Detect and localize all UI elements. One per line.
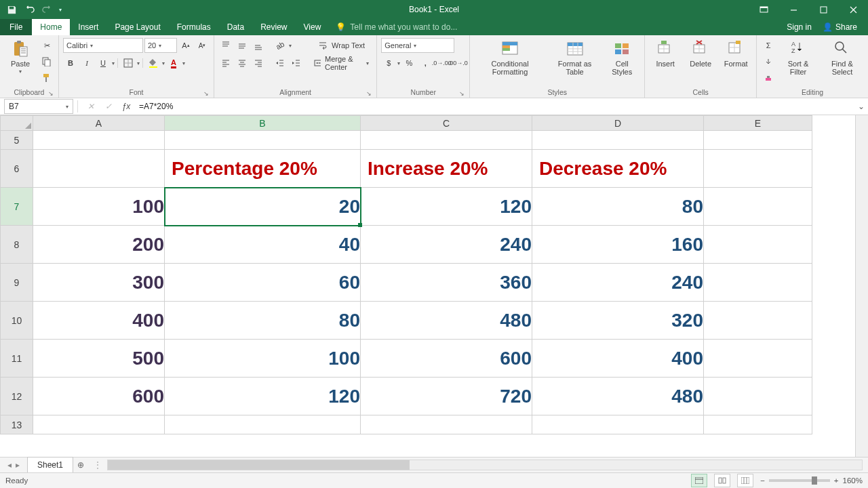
dialog-launcher-icon[interactable]: ↘ (47, 90, 54, 97)
cancel-formula-icon[interactable]: ✕ (82, 102, 100, 111)
page-layout-view-icon[interactable] (714, 474, 730, 487)
cell-D6[interactable]: Decrease 20% (532, 150, 704, 188)
cell-E5[interactable] (704, 131, 812, 150)
paste-button[interactable]: Paste ▾ (4, 38, 37, 77)
formula-input[interactable]: =A7*20% (135, 102, 854, 111)
zoom-slider[interactable] (769, 479, 830, 482)
cell-E12[interactable] (704, 378, 812, 415)
qat-customize-icon[interactable]: ▾ (57, 2, 64, 17)
decrease-indent-icon[interactable] (273, 56, 288, 70)
col-header-D[interactable]: D (532, 116, 704, 131)
cell-C9[interactable]: 360 (361, 264, 532, 302)
accounting-format-icon[interactable]: $ (381, 56, 396, 70)
tab-file[interactable]: File (0, 19, 32, 35)
save-icon[interactable] (4, 2, 19, 17)
undo-icon[interactable] (22, 2, 37, 17)
cell-D7[interactable]: 80 (532, 188, 704, 226)
wrap-text-button[interactable]: Wrap Text (311, 38, 372, 53)
zoom-in-icon[interactable]: + (834, 476, 839, 485)
italic-button[interactable]: I (79, 56, 94, 70)
cell-D8[interactable]: 160 (532, 226, 704, 264)
cell-D10[interactable]: 320 (532, 302, 704, 340)
cell-B9[interactable]: 60 (165, 264, 361, 302)
align-bottom-icon[interactable] (251, 38, 266, 53)
fill-color-icon[interactable] (146, 56, 161, 70)
sheet-nav[interactable]: ◂▸ (0, 460, 27, 470)
cell-A10[interactable]: 400 (33, 302, 165, 340)
insert-cells-button[interactable]: Insert (649, 38, 682, 69)
cell-B12[interactable]: 120 (165, 378, 361, 415)
vertical-scrollbar[interactable] (855, 115, 868, 457)
cell-A8[interactable]: 200 (33, 226, 165, 264)
row-header-7[interactable]: 7 (1, 188, 33, 226)
format-cells-button[interactable]: Format (719, 38, 752, 69)
align-center-icon[interactable] (235, 56, 250, 70)
cut-icon[interactable]: ✂ (39, 38, 54, 53)
page-break-view-icon[interactable] (737, 474, 753, 487)
merge-center-button[interactable]: Merge & Center ▾ (311, 56, 372, 70)
row-header-5[interactable]: 5 (1, 131, 33, 150)
cell-A12[interactable]: 600 (33, 378, 165, 415)
cell-C6[interactable]: Increase 20% (361, 150, 532, 188)
fx-icon[interactable]: ƒx (117, 102, 135, 111)
cell-E11[interactable] (704, 340, 812, 378)
cell-A13[interactable] (33, 415, 165, 434)
cell-D11[interactable]: 400 (532, 340, 704, 378)
cell-E13[interactable] (704, 415, 812, 434)
font-name-combo[interactable]: Calibri▾ (63, 38, 143, 53)
cell-B11[interactable]: 100 (165, 340, 361, 378)
sheet-grid[interactable]: ABCDE56Percentage 20%Increase 20%Decreas… (0, 115, 855, 457)
ribbon-display-options-icon[interactable] (749, 0, 778, 19)
clear-icon[interactable] (761, 70, 776, 85)
dialog-launcher-icon[interactable]: ↘ (458, 90, 465, 97)
enter-formula-icon[interactable]: ✓ (100, 102, 117, 111)
row-header-10[interactable]: 10 (1, 302, 33, 340)
underline-button[interactable]: U (96, 56, 111, 70)
align-top-icon[interactable] (218, 38, 233, 53)
font-size-combo[interactable]: 20▾ (144, 38, 177, 53)
find-select-button[interactable]: Find & Select (821, 38, 864, 77)
cell-C10[interactable]: 480 (361, 302, 532, 340)
cell-C8[interactable]: 240 (361, 226, 532, 264)
cell-C13[interactable] (361, 415, 532, 434)
next-sheet-icon[interactable]: ▸ (16, 460, 20, 470)
tab-data[interactable]: Data (219, 19, 252, 35)
increase-decimal-icon[interactable]: .0→.00 (434, 56, 449, 70)
col-header-E[interactable]: E (704, 116, 812, 131)
conditional-formatting-button[interactable]: Conditional Formatting (474, 38, 546, 77)
row-header-13[interactable]: 13 (1, 415, 33, 434)
normal-view-icon[interactable] (691, 474, 707, 487)
cell-E10[interactable] (704, 302, 812, 340)
fill-icon[interactable] (761, 54, 776, 69)
cell-C5[interactable] (361, 131, 532, 150)
horizontal-scrollbar[interactable] (107, 460, 863, 470)
comma-format-icon[interactable]: , (418, 56, 433, 70)
format-painter-icon[interactable] (39, 70, 54, 85)
minimize-button[interactable] (778, 0, 808, 19)
col-header-A[interactable]: A (33, 116, 165, 131)
cell-B6[interactable]: Percentage 20% (165, 150, 361, 188)
cell-A5[interactable] (33, 131, 165, 150)
autosum-icon[interactable]: Σ (761, 38, 776, 53)
tell-me-search[interactable]: 💡 Tell me what you want to do... (336, 19, 457, 35)
copy-icon[interactable] (39, 54, 54, 69)
cell-E7[interactable] (704, 188, 812, 226)
tab-page-layout[interactable]: Page Layout (106, 19, 168, 35)
align-left-icon[interactable] (218, 56, 233, 70)
cell-B7[interactable]: 20 (165, 188, 361, 226)
cell-C7[interactable]: 120 (361, 188, 532, 226)
bold-button[interactable]: B (63, 56, 78, 70)
new-sheet-button[interactable]: ⊕ (73, 460, 88, 470)
select-all-corner[interactable] (1, 116, 33, 131)
name-box[interactable]: B7 ▾ (4, 99, 73, 114)
row-header-8[interactable]: 8 (1, 226, 33, 264)
col-header-B[interactable]: B (165, 116, 361, 131)
cell-B10[interactable]: 80 (165, 302, 361, 340)
percent-format-icon[interactable]: % (401, 56, 416, 70)
close-button[interactable] (838, 0, 868, 19)
sign-in-link[interactable]: Sign in (787, 22, 812, 32)
shrink-font-icon[interactable]: A▾ (195, 38, 210, 53)
zoom-control[interactable]: − + 160% (760, 476, 863, 485)
row-header-12[interactable]: 12 (1, 378, 33, 415)
prev-sheet-icon[interactable]: ◂ (7, 460, 12, 470)
